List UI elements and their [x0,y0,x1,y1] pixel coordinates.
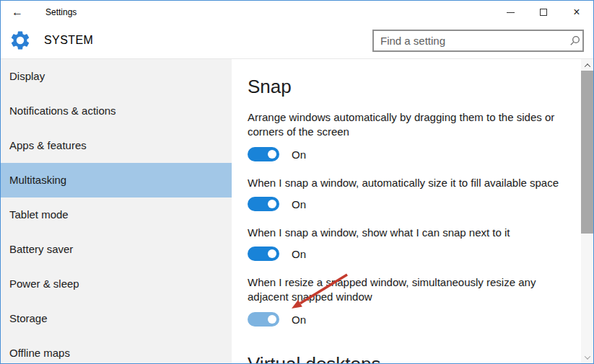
minimize-button[interactable] [494,1,527,24]
setting-label: When I snap a window, automatically size… [248,176,587,190]
title-bar: ← Settings × [1,1,593,24]
toggle-knob [268,200,276,208]
section-heading-snap: Snap [248,75,593,98]
toggle-knob [268,315,276,324]
maximize-icon [540,9,547,16]
page-header: SYSTEM [1,24,593,58]
search-input[interactable] [374,35,567,47]
page-title: SYSTEM [44,34,93,47]
toggle-auto-size[interactable] [248,197,279,211]
search-box[interactable] [372,30,584,52]
toggle-arrange-windows[interactable] [248,147,279,161]
sidebar-item-storage[interactable]: Storage [1,301,232,336]
sidebar-item-offline-maps[interactable]: Offline maps [1,336,232,364]
settings-gear-icon [9,30,31,51]
sidebar-item-multitasking[interactable]: Multitasking [1,163,232,197]
toggle-state-label: On [292,314,306,326]
toggle-show-snap-suggestions[interactable] [248,247,279,261]
toggle-resize-adjacent[interactable] [248,312,279,327]
setting-show-snap-suggestions: When I snap a window, show what I can sn… [248,226,593,261]
maximize-button[interactable] [527,1,560,24]
sidebar-item-apps-features[interactable]: Apps & features [1,128,232,163]
window-controls: × [494,1,593,24]
chevron-up-icon [584,63,590,69]
scroll-down-button[interactable] [581,351,593,363]
scrollbar[interactable] [581,59,593,363]
scroll-up-button[interactable] [581,59,593,71]
setting-label: When I snap a window, show what I can sn… [248,226,587,240]
toggle-state-label: On [292,198,306,210]
search-icon[interactable] [567,35,582,47]
sidebar-item-power-sleep[interactable]: Power & sleep [1,267,232,301]
setting-arrange-windows: Arrange windows automatically by draggin… [248,110,593,161]
close-button[interactable]: × [560,1,593,24]
setting-resize-adjacent: When I resize a snapped window, simultan… [248,275,593,327]
content-pane: Snap Arrange windows automatically by dr… [232,59,593,363]
sidebar: Display Notifications & actions Apps & f… [1,59,232,363]
chevron-down-icon [584,353,590,359]
back-icon[interactable]: ← [1,6,34,19]
window-title: Settings [45,7,77,17]
toggle-knob [268,249,276,258]
window-body: Display Notifications & actions Apps & f… [1,58,593,363]
sidebar-item-display[interactable]: Display [1,59,232,94]
setting-label: Arrange windows automatically by draggin… [248,110,587,139]
sidebar-item-battery-saver[interactable]: Battery saver [1,232,232,267]
toggle-state-label: On [292,148,306,161]
toggle-state-label: On [292,248,306,260]
toggle-knob [268,150,276,159]
sidebar-item-notifications-actions[interactable]: Notifications & actions [1,94,232,128]
minimize-icon [507,12,515,13]
close-icon: × [573,6,580,18]
sidebar-item-tablet-mode[interactable]: Tablet mode [1,197,232,232]
setting-label: When I resize a snapped window, simultan… [248,275,587,304]
setting-auto-size: When I snap a window, automatically size… [248,176,593,211]
section-heading-virtual-desktops: Virtual desktops [248,352,593,363]
settings-window: ← Settings × SYSTEM [0,0,594,364]
scrollbar-thumb[interactable] [581,71,593,234]
